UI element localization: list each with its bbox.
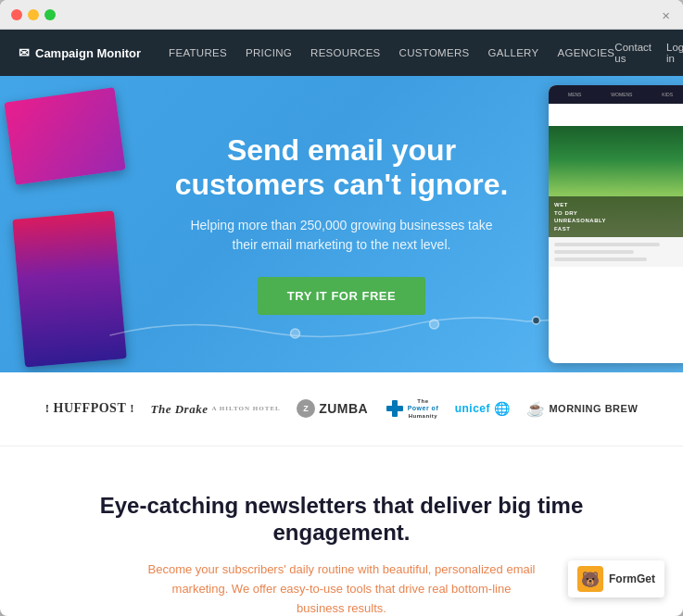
power-cross-icon bbox=[385, 398, 405, 419]
brand[interactable]: ✉ Campaign Monitor bbox=[19, 45, 141, 60]
logo-zumba: Z ZUMBA bbox=[297, 399, 368, 418]
logo-morning-brew: ☕ MORNING BREW bbox=[526, 400, 638, 418]
unicef-label: unicef bbox=[455, 402, 490, 415]
hero-title: Send email your customers can't ignore. bbox=[148, 133, 535, 202]
nav-pricing[interactable]: PRICING bbox=[246, 47, 292, 58]
logo-power-humanity: The Power of Humanity bbox=[385, 398, 439, 420]
close-dot[interactable] bbox=[11, 9, 22, 20]
zumba-circle: Z bbox=[297, 399, 315, 418]
features-title: Eye-catching newsletters that deliver bi… bbox=[74, 493, 609, 547]
drake-label: The Drake bbox=[151, 402, 209, 417]
formget-label: FormGet bbox=[609, 572, 655, 585]
hero-cta-button[interactable]: TRY IT FOR FREE bbox=[258, 277, 425, 315]
device-nav-item: WOMENS bbox=[611, 92, 632, 97]
huffpost-label: HUFFPOST bbox=[54, 401, 127, 416]
formget-avatar: 🐻 bbox=[577, 566, 603, 592]
nav-gallery[interactable]: GALLERY bbox=[488, 47, 539, 58]
nav-right: Contact us Log in SIGN UP bbox=[614, 35, 683, 70]
browser-close-icon: × bbox=[662, 7, 670, 23]
formget-badge: 🐻 FormGet bbox=[568, 560, 664, 597]
maximize-dot[interactable] bbox=[44, 9, 56, 20]
device-image: WETTO DRYUNREASONABLYFAST bbox=[549, 126, 683, 237]
morning-brew-icon: ☕ bbox=[526, 400, 546, 418]
zumba-label: ZUMBA bbox=[319, 401, 368, 416]
brand-name: Campaign Monitor bbox=[35, 46, 141, 60]
device-nav-item: KIDS bbox=[662, 92, 673, 97]
device-nav-item: MENS bbox=[568, 92, 581, 97]
nav-agencies[interactable]: AGENCIES bbox=[558, 47, 615, 58]
contact-link[interactable]: Contact us bbox=[614, 42, 651, 64]
device-surf-text: WETTO DRYUNREASONABLYFAST bbox=[554, 201, 683, 233]
logo-the-drake: The Drake A HILTON HOTEL bbox=[151, 402, 281, 417]
svg-rect-4 bbox=[386, 406, 403, 411]
brand-icon: ✉ bbox=[19, 45, 30, 60]
minimize-dot[interactable] bbox=[28, 9, 39, 20]
huffpost-icon-2: ! bbox=[130, 401, 134, 416]
features-subtitle: Become your subscribers' daily routine w… bbox=[147, 560, 537, 616]
svg-point-2 bbox=[533, 317, 540, 324]
nav-links: FEATURES PRICING RESOURCES CUSTOMERS GAL… bbox=[169, 47, 614, 58]
browser-window: × ✉ Campaign Monitor FEATURES PRICING RE… bbox=[0, 0, 683, 616]
svg-point-1 bbox=[430, 320, 439, 329]
device-nav: MENS WOMENS KIDS bbox=[549, 85, 683, 104]
page-content: ✉ Campaign Monitor FEATURES PRICING RESO… bbox=[0, 30, 683, 616]
drake-sub: A HILTON HOTEL bbox=[211, 405, 280, 412]
nav-resources[interactable]: RESOURCES bbox=[310, 47, 381, 58]
hero-text: Send email your customers can't ignore. … bbox=[148, 133, 535, 316]
left-card-1 bbox=[4, 87, 125, 185]
nav-features[interactable]: FEATURES bbox=[169, 47, 227, 58]
logo-huffpost: ! HUFFPOST ! bbox=[45, 401, 134, 416]
morning-brew-label: MORNING BREW bbox=[549, 403, 638, 414]
logo-unicef: unicef 🌐 bbox=[455, 401, 511, 416]
unicef-icon: 🌐 bbox=[494, 401, 511, 416]
nav-customers[interactable]: CUSTOMERS bbox=[399, 47, 470, 58]
browser-chrome: × bbox=[0, 0, 683, 30]
login-link[interactable]: Log in bbox=[666, 42, 683, 64]
huffpost-icon: ! bbox=[45, 401, 50, 416]
power-label: The Power of Humanity bbox=[408, 398, 439, 420]
device-brand: O'NEILL bbox=[549, 104, 683, 126]
svg-point-0 bbox=[291, 329, 300, 338]
formget-emoji: 🐻 bbox=[581, 571, 600, 588]
hero-section: MENS WOMENS KIDS O'NEILL WETTO DRYUNREAS… bbox=[0, 76, 683, 372]
hero-subtitle: Helping more than 250,000 growing busine… bbox=[184, 216, 500, 255]
navbar: ✉ Campaign Monitor FEATURES PRICING RESO… bbox=[0, 30, 683, 76]
logos-section: ! HUFFPOST ! The Drake A HILTON HOTEL Z … bbox=[0, 372, 683, 446]
